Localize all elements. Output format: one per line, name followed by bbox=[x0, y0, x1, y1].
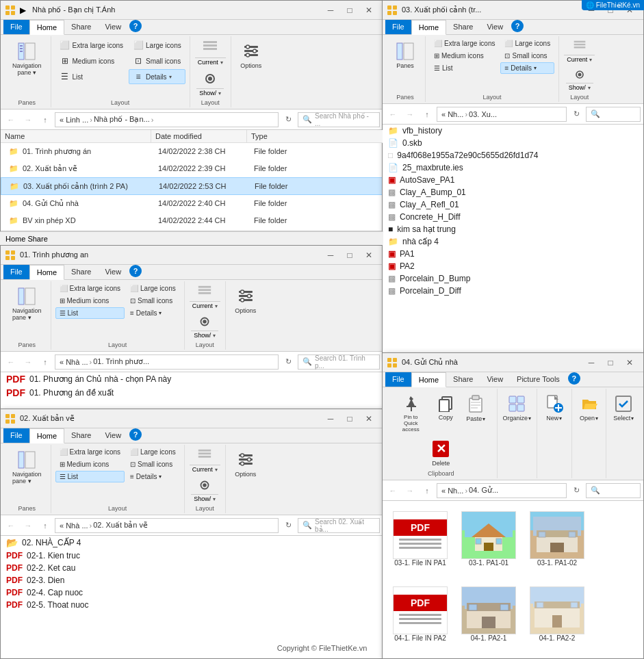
tab-file5[interactable]: File bbox=[385, 372, 411, 387]
small-icons-btn3[interactable]: ⊡Small icons bbox=[126, 458, 180, 470]
help-button4[interactable]: ? bbox=[511, 20, 524, 32]
minimize-button[interactable]: ─ bbox=[321, 3, 340, 18]
refresh-button[interactable]: ↻ bbox=[281, 112, 296, 127]
up-btn5[interactable]: ↑ bbox=[420, 483, 435, 498]
nav-pane-button3[interactable]: Navigationpane ▾ bbox=[8, 446, 47, 487]
list-item[interactable]: 03-1. PA1-02 bbox=[526, 508, 588, 576]
tab-share[interactable]: Share bbox=[64, 20, 98, 34]
close-btn2[interactable]: ✕ bbox=[359, 248, 378, 263]
tab-file[interactable]: File bbox=[3, 20, 29, 34]
table-row[interactable]: 📁02. Xuất bản vẽ 14/02/2022 2:39 CH File… bbox=[1, 160, 383, 177]
tab-picture-tools[interactable]: Picture Tools bbox=[510, 372, 567, 387]
col-header-name[interactable]: Name bbox=[1, 130, 151, 142]
options-btn3[interactable]: Options bbox=[230, 446, 261, 480]
medium-icons-btn2[interactable]: ⊞Medium icons bbox=[55, 295, 125, 307]
list-item[interactable]: □9a4f068e1955a72e90c5655d26fd1d74 bbox=[383, 149, 643, 161]
help-button2[interactable]: ? bbox=[129, 265, 142, 277]
help-button[interactable]: ? bbox=[129, 20, 142, 32]
up-btn2[interactable]: ↑ bbox=[38, 354, 53, 370]
back-btn4[interactable]: ← bbox=[385, 107, 400, 122]
tab-share5[interactable]: Share bbox=[446, 372, 480, 387]
maximize-btn5[interactable]: □ bbox=[601, 355, 620, 370]
show-hide-button[interactable]: Show/ ▾ bbox=[196, 68, 224, 98]
list-item[interactable]: 04-1. PA2-2 bbox=[526, 583, 588, 651]
up-btn4[interactable]: ↑ bbox=[420, 107, 435, 122]
refresh-btn3[interactable]: ↻ bbox=[281, 518, 296, 533]
forward-button[interactable]: → bbox=[21, 112, 36, 127]
new-button[interactable]: New▾ bbox=[539, 390, 570, 424]
medium-icons-btn4[interactable]: ⊞Medium icons bbox=[430, 50, 499, 62]
back-btn3[interactable]: ← bbox=[3, 518, 18, 533]
tab-share3[interactable]: Share bbox=[64, 428, 98, 443]
list-item[interactable]: ▩Clay_A_Bump_01 bbox=[383, 186, 643, 198]
list-item[interactable]: PDF 02-5. Thoat nuoc bbox=[1, 599, 383, 611]
small-icons-btn2[interactable]: ⊡Small icons bbox=[126, 295, 180, 307]
col-header-date[interactable]: Date modified bbox=[151, 130, 247, 142]
address-path4[interactable]: « Nh... › 03. Xu... bbox=[437, 107, 567, 122]
select-button[interactable]: Select▾ bbox=[608, 390, 639, 424]
details-btn4[interactable]: ≡Details▾ bbox=[500, 62, 554, 74]
forward-btn3[interactable]: → bbox=[21, 518, 36, 533]
large-icons-btn2[interactable]: ⬜Large icons bbox=[126, 283, 180, 294]
pin-button[interactable]: Pin to Quickaccess bbox=[393, 390, 428, 435]
table-row[interactable]: 📁01. Trình phương án 14/02/2022 2:38 CH … bbox=[1, 143, 383, 160]
up-btn3[interactable]: ↑ bbox=[38, 518, 53, 533]
list-item[interactable]: PDF 02-2. Ket cau bbox=[1, 562, 383, 574]
list-item[interactable]: 📄0.skb bbox=[383, 137, 643, 149]
list-item[interactable]: ▩Clay_A_Refl_01 bbox=[383, 198, 643, 211]
help-button5[interactable]: ? bbox=[568, 372, 580, 385]
list-item[interactable]: ■kim sa hạt trung bbox=[383, 223, 643, 235]
list-button[interactable]: ☰ List bbox=[55, 69, 127, 84]
extra-large-icons-btn4[interactable]: ⬜Extra large icons bbox=[430, 38, 499, 49]
medium-icons-button[interactable]: ⊞ Medium icons bbox=[55, 53, 127, 68]
nav-pane-button[interactable]: Navigationpane ▾ bbox=[8, 38, 47, 79]
tab-share4[interactable]: Share bbox=[446, 20, 480, 34]
refresh-btn2[interactable]: ↻ bbox=[281, 354, 296, 370]
list-item[interactable]: PDF 01. Phương án Chủ nhà - chọn PA này bbox=[1, 372, 383, 386]
close-btn3[interactable]: ✕ bbox=[359, 411, 378, 426]
close-btn5[interactable]: ✕ bbox=[620, 355, 639, 370]
list-item[interactable]: 📄25_maxbrute.ies bbox=[383, 161, 643, 174]
details-btn2[interactable]: ≡Details▾ bbox=[126, 307, 180, 319]
show-hide-btn3[interactable]: Show/▾ bbox=[190, 476, 219, 504]
small-icons-button[interactable]: ⊡ Small icons bbox=[129, 53, 185, 68]
tab-home3[interactable]: Home bbox=[29, 428, 64, 443]
extra-large-icons-btn3[interactable]: ⬜Extra large icons bbox=[55, 446, 125, 458]
large-icons-btn4[interactable]: ⬜Large icons bbox=[500, 38, 554, 49]
nav-pane-button2[interactable]: Navigationpane ▾ bbox=[8, 283, 47, 324]
table-row[interactable]: 📁03. Xuất phối cảnh (trình 2 PA) 14/02/2… bbox=[1, 177, 383, 195]
minimize-btn2[interactable]: ─ bbox=[321, 248, 340, 263]
tab-share2[interactable]: Share bbox=[64, 265, 98, 279]
list-item[interactable]: 04-1. PA2-1 bbox=[458, 583, 519, 651]
table-row[interactable]: 📁BV xin phép XD 14/02/2022 2:44 CH File … bbox=[1, 212, 383, 229]
show-hide-btn4[interactable]: Show/▾ bbox=[565, 66, 594, 92]
search-box4[interactable]: 🔍 bbox=[586, 107, 641, 122]
large-icons-btn3[interactable]: ⬜Large icons bbox=[126, 446, 180, 458]
small-icons-btn4[interactable]: ⊡Small icons bbox=[500, 50, 554, 62]
tab-view4[interactable]: View bbox=[480, 20, 510, 34]
list-item[interactable]: ▩Porcelain_D_Bump bbox=[383, 272, 643, 285]
tab-home[interactable]: Home bbox=[29, 20, 64, 35]
list-item[interactable]: ▩Concrete_H_Diff bbox=[383, 211, 643, 223]
current-view-btn4[interactable]: Current▾ bbox=[563, 38, 595, 64]
large-icons-button[interactable]: ⬜ Large icons bbox=[129, 38, 185, 53]
list-item[interactable]: ▣PA1 bbox=[383, 248, 643, 260]
tab-view[interactable]: View bbox=[98, 20, 128, 34]
maximize-btn3[interactable]: □ bbox=[340, 411, 359, 426]
close-button[interactable]: ✕ bbox=[359, 3, 378, 18]
list-btn3[interactable]: ☰List bbox=[55, 471, 125, 482]
tab-home5[interactable]: Home bbox=[411, 372, 446, 387]
organize-button[interactable]: Organize▾ bbox=[498, 390, 537, 424]
refresh-btn5[interactable]: ↻ bbox=[569, 483, 584, 498]
tab-home4[interactable]: Home bbox=[411, 20, 446, 35]
show-hide-btn2[interactable]: Show/▾ bbox=[190, 312, 219, 340]
table-row[interactable]: 📁04. Gửi Chủ nhà 14/02/2022 2:40 CH File… bbox=[1, 195, 383, 212]
tab-file2[interactable]: File bbox=[3, 265, 29, 279]
paste-button[interactable]: Paste▾ bbox=[463, 390, 489, 423]
search-box3[interactable]: 🔍 Search 02. Xuất bả... bbox=[298, 518, 380, 533]
list-item[interactable]: PDF 02-3. Dien bbox=[1, 574, 383, 586]
delete-button[interactable]: ✕ Delete bbox=[426, 436, 455, 469]
forward-btn5[interactable]: → bbox=[402, 483, 417, 498]
col-header-type[interactable]: Type bbox=[247, 130, 315, 142]
minimize-btn3[interactable]: ─ bbox=[321, 411, 340, 426]
